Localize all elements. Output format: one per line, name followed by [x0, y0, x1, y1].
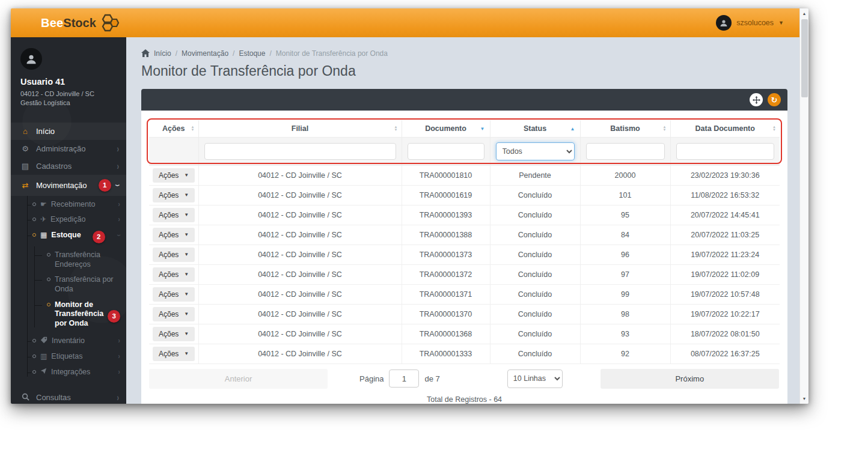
sidebar-item-inicio[interactable]: ⌂ Início: [11, 123, 126, 140]
sidebar-item-etiquetas[interactable]: ▥ Etiquetas ›: [11, 349, 126, 365]
cell-batismo: 99: [580, 284, 670, 304]
filter-filial-input[interactable]: [204, 143, 396, 160]
rows-per-page-select[interactable]: 10 Linhas: [507, 369, 563, 388]
bullet-icon: [32, 339, 36, 342]
sidebar-item-inventario[interactable]: Inventário ›: [11, 333, 126, 349]
sidebar-item-movimentacao[interactable]: ⇄ Movimentação 1 ›: [11, 175, 126, 196]
row-acoes-button[interactable]: Ações▼: [153, 347, 195, 361]
user-menu[interactable]: szsolucoes ▼: [716, 15, 799, 31]
filter-status-select[interactable]: Todos: [496, 142, 575, 160]
row-acoes-label: Ações: [159, 211, 179, 219]
column-header-filial[interactable]: Filial▲▼: [198, 120, 402, 137]
movimentacao-submenu: ☛ Recebimento › ✈ Expedição › ▦: [11, 196, 126, 383]
sidebar-user-branch: 04012 - CD Joinville / SC: [20, 90, 117, 99]
grid-icon: ▦: [40, 231, 47, 240]
sort-icon[interactable]: ▲▼: [191, 126, 195, 132]
sidebar-item-cadastros[interactable]: ▤ Cadastros ›: [11, 157, 126, 175]
estoque-submenu: Transferência Endereços Transferência po…: [18, 246, 126, 333]
tag-icon: [40, 336, 47, 346]
row-acoes-label: Ações: [159, 350, 179, 358]
breadcrumb-inicio[interactable]: Início: [154, 49, 171, 58]
sidebar: Usuario 41 04012 - CD Joinville / SC Ges…: [11, 37, 126, 404]
sidebar-item-transferencia-enderecos[interactable]: Transferência Endereços: [18, 248, 126, 272]
sidebar-item-monitor-transferencia-onda[interactable]: Monitor de Transferência por Onda 3: [18, 297, 126, 332]
bullet-icon: [47, 303, 50, 306]
table-row: Ações▼ 04012 - CD Joinville / SC TRA0000…: [149, 165, 780, 185]
row-acoes-button[interactable]: Ações▼: [153, 287, 195, 302]
table-row: Ações▼ 04012 - CD Joinville / SC TRA0000…: [149, 264, 780, 284]
cell-filial: 04012 - CD Joinville / SC: [198, 165, 402, 185]
vertical-scrollbar[interactable]: ▲ ▼: [799, 8, 808, 404]
row-acoes-button[interactable]: Ações▼: [153, 208, 195, 222]
table-row: Ações▼ 04012 - CD Joinville / SC TRA0000…: [149, 344, 780, 363]
sidebar-item-expedicao[interactable]: ✈ Expedição ›: [11, 212, 126, 228]
filter-documento-input[interactable]: [408, 143, 484, 160]
next-page-button[interactable]: Próximo: [601, 369, 779, 389]
row-acoes-button[interactable]: Ações▼: [153, 168, 195, 183]
chevron-down-icon: ›: [112, 184, 123, 186]
cell-data-documento: 23/02/2023 19:30:36: [670, 165, 780, 185]
caret-down-icon: ▼: [184, 311, 189, 317]
row-acoes-button[interactable]: Ações▼: [153, 307, 195, 321]
column-header-batismo[interactable]: Batismo▲▼: [580, 120, 670, 137]
user-caret-down-icon: ▼: [778, 20, 784, 26]
sidebar-item-integracoes[interactable]: Integrações ›: [11, 365, 126, 380]
sort-icon[interactable]: ▲▼: [663, 126, 667, 132]
sort-asc-icon[interactable]: ▲: [570, 126, 575, 131]
sidebar-item-recebimento[interactable]: ☛ Recebimento ›: [11, 197, 126, 213]
row-acoes-button[interactable]: Ações▼: [153, 188, 195, 202]
sort-icon[interactable]: ▲▼: [394, 126, 398, 132]
column-header-documento[interactable]: Documento▼: [402, 120, 490, 137]
breadcrumb-movimentacao[interactable]: Movimentação: [182, 49, 228, 58]
username-label: szsolucoes: [736, 19, 774, 27]
row-acoes-button[interactable]: Ações▼: [153, 327, 195, 341]
scroll-down-icon[interactable]: ▼: [800, 397, 808, 401]
cell-batismo: 20000: [580, 165, 670, 185]
cell-filial: 04012 - CD Joinville / SC: [198, 185, 402, 205]
cell-filial: 04012 - CD Joinville / SC: [198, 225, 402, 245]
row-acoes-button[interactable]: Ações▼: [153, 248, 195, 262]
annotation-badge-1: 1: [99, 179, 111, 192]
cell-data-documento: 08/07/2022 16:37:25: [670, 344, 780, 363]
table-row: Ações▼ 04012 - CD Joinville / SC TRA0000…: [149, 205, 780, 225]
previous-page-button[interactable]: Anterior: [149, 369, 328, 389]
table-row: Ações▼ 04012 - CD Joinville / SC TRA0000…: [149, 185, 780, 205]
filter-data-documento-input[interactable]: [676, 143, 775, 160]
move-arrows-icon: [753, 96, 760, 104]
page-number-input[interactable]: [389, 369, 419, 388]
table-row: Ações▼ 04012 - CD Joinville / SC TRA0000…: [149, 245, 780, 264]
breadcrumb-estoque[interactable]: Estoque: [239, 49, 265, 58]
column-header-status[interactable]: Status▲: [490, 120, 580, 137]
scroll-up-icon[interactable]: ▲: [800, 11, 808, 16]
cell-data-documento: 19/07/2022 11:23:24: [670, 245, 780, 264]
cell-filial: 04012 - CD Joinville / SC: [198, 284, 402, 304]
scrollbar-thumb[interactable]: [801, 19, 808, 97]
row-acoes-button[interactable]: Ações▼: [153, 267, 195, 282]
home-icon: ⌂: [20, 127, 31, 136]
chevron-right-icon: ›: [117, 143, 118, 154]
table-row: Ações▼ 04012 - CD Joinville / SC TRA0000…: [149, 225, 780, 245]
expand-button[interactable]: [750, 93, 763, 106]
sidebar-item-estoque[interactable]: ▦ Estoque 2 ›: [11, 228, 126, 246]
filter-batismo-input[interactable]: [586, 143, 665, 160]
row-acoes-button[interactable]: Ações▼: [153, 228, 195, 242]
gears-icon: ⚙: [20, 144, 31, 153]
cell-filial: 04012 - CD Joinville / SC: [198, 245, 402, 264]
sidebar-item-consultas[interactable]: Consultas ›: [11, 389, 126, 404]
sidebar-item-administracao[interactable]: ⚙ Administração ›: [11, 140, 126, 157]
caret-down-icon: ▼: [184, 232, 189, 237]
cell-data-documento: 19/07/2022 10:57:48: [670, 284, 780, 304]
sort-desc-icon[interactable]: ▼: [480, 126, 485, 131]
sidebar-item-transferencia-por-onda[interactable]: Transferência por Onda: [18, 272, 126, 297]
sort-icon[interactable]: ▲▼: [772, 126, 776, 132]
brand-bee: Bee: [41, 16, 63, 30]
chevron-right-icon: ›: [118, 215, 120, 225]
cell-documento: TRA000001333: [402, 344, 490, 363]
beestock-logo[interactable]: BeeStock: [11, 14, 120, 32]
table-row: Ações▼ 04012 - CD Joinville / SC TRA0000…: [149, 304, 780, 324]
refresh-button[interactable]: ↻: [768, 93, 781, 106]
topbar: BeeStock szsolucoes ▼: [11, 8, 799, 37]
column-header-acoes[interactable]: Ações▲▼: [149, 120, 198, 137]
column-header-data-documento[interactable]: Data Documento▲▼: [670, 120, 780, 137]
pagination: Anterior Página de 7 10 Linhas Próximo: [149, 369, 780, 389]
